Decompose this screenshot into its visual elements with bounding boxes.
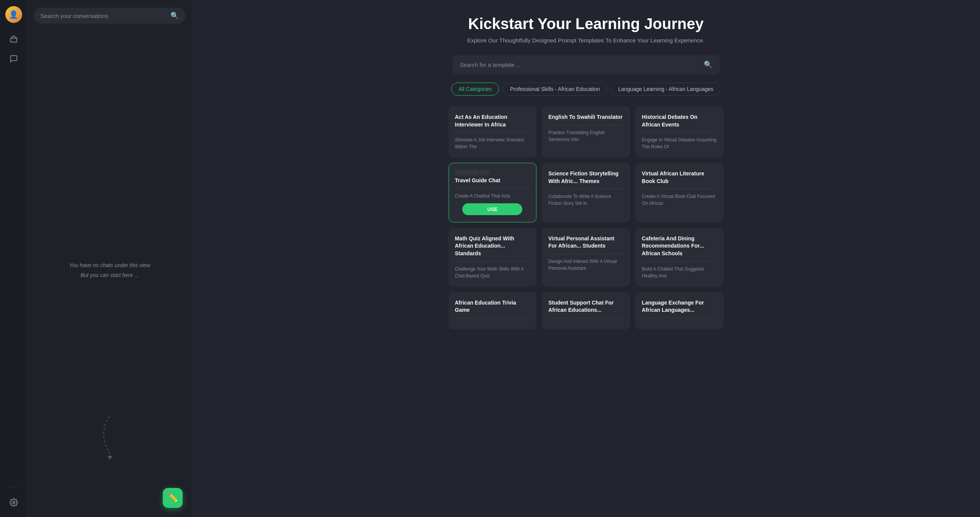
template-search-bar[interactable]: 🔍 <box>452 55 720 74</box>
card-divider <box>455 188 530 189</box>
template-card-6[interactable]: Virtual African Literature Book Club Cre… <box>635 163 724 222</box>
card-title: Cafeteria And Dining Recommendations For… <box>642 235 717 258</box>
card-desc: Simulate A Job Interview Scenario Within… <box>455 136 530 150</box>
template-card-7[interactable]: Math Quiz Aligned With African Education… <box>449 228 537 287</box>
page-subtitle: Explore Our Thoughtfully Designed Prompt… <box>207 37 965 44</box>
card-divider <box>548 318 624 318</box>
card-divider <box>642 189 717 189</box>
template-card-8[interactable]: Virtual Personal Assistant For African..… <box>542 228 630 287</box>
card-desc: Build A Chatbot That Suggests Healthy An… <box>642 266 717 279</box>
conversation-search-bar[interactable]: 🔍 <box>34 8 186 24</box>
page-title: Kickstart Your Learning Journey <box>207 15 965 32</box>
template-card-3[interactable]: Historical Debates On African Events Eng… <box>635 106 724 157</box>
template-card-5[interactable]: Science Fiction Storytelling With Afric.… <box>542 163 630 222</box>
card-desc: Create A Virtual Book Club Focused On Af… <box>642 193 717 207</box>
card-title: Science Fiction Storytelling With Afric.… <box>548 170 624 185</box>
conversation-search-icon: 🔍 <box>170 11 179 20</box>
empty-state: You have no chats under this view But yo… <box>34 31 186 509</box>
left-panel: 🔍 You have no chats under this view But … <box>28 0 192 517</box>
card-title: Math Quiz Aligned With African Education… <box>455 235 530 258</box>
avatar[interactable]: 👤 <box>5 6 22 23</box>
card-title: African Education Trivia Game <box>455 299 530 314</box>
cards-grid: Act As An Education Interviewer In Afric… <box>449 106 724 329</box>
card-divider <box>455 132 530 133</box>
template-card-4[interactable]: Travel Guide Chat Travel Guide Chat Crea… <box>449 163 537 222</box>
card-title: Act As An Education Interviewer In Afric… <box>455 113 530 128</box>
card-divider <box>548 125 624 125</box>
card-divider <box>642 318 717 318</box>
card-title: Virtual Personal Assistant For African..… <box>548 235 624 250</box>
category-btn-all-categories[interactable]: All Categories <box>451 83 499 96</box>
card-desc: Design And Interact With A Virtual Perso… <box>548 258 624 272</box>
svg-rect-0 <box>10 38 17 42</box>
card-title: English To Swahili Translator <box>548 113 624 121</box>
card-desc: Engage In Virtual Debates Assuming The R… <box>642 136 717 150</box>
template-search-input[interactable] <box>460 62 699 68</box>
template-card-12[interactable]: Language Exchange For African Languages.… <box>635 292 724 329</box>
svg-marker-2 <box>107 456 113 460</box>
fab-icon: ✏️ <box>168 493 178 503</box>
category-btn-language-learning---african-languages[interactable]: Language Learning - African Languages <box>611 83 721 96</box>
main-content: Kickstart Your Learning Journey Explore … <box>192 0 980 517</box>
svg-point-1 <box>13 501 15 504</box>
empty-state-line2: But you can start here ... <box>81 271 139 280</box>
card-desc: Challenge Your Math Skills With A Chat-B… <box>455 266 530 279</box>
conversation-search-input[interactable] <box>40 13 167 19</box>
settings-nav-icon[interactable] <box>5 494 22 511</box>
card-title: Language Exchange For African Languages.… <box>642 299 717 314</box>
card-desc: Create A Chatbot That Acts <box>455 193 530 199</box>
card-title: Virtual African Literature Book Club <box>642 170 717 185</box>
template-card-1[interactable]: Act As An Education Interviewer In Afric… <box>449 106 537 157</box>
card-divider <box>642 132 717 133</box>
use-button[interactable]: USE <box>462 203 522 215</box>
home-nav-icon[interactable] <box>5 31 22 47</box>
narrow-sidebar: 👤 <box>0 0 28 517</box>
card-divider <box>642 261 717 262</box>
card-divider <box>455 261 530 262</box>
card-divider <box>548 254 624 254</box>
card-divider <box>455 318 530 318</box>
sidebar-divider <box>6 488 21 488</box>
empty-state-line1: You have no chats under this view <box>69 261 150 270</box>
card-divider <box>548 189 624 189</box>
template-card-10[interactable]: African Education Trivia Game <box>449 292 537 329</box>
arrow-curve <box>98 415 121 464</box>
card-desc: Collaborate To Write A Science Fiction S… <box>548 193 624 207</box>
template-card-11[interactable]: Student Support Chat For African Educati… <box>542 292 630 329</box>
new-chat-fab[interactable]: ✏️ <box>163 488 183 508</box>
card-desc: Practice Translating English Sentences I… <box>548 129 624 143</box>
card-title: Historical Debates On African Events <box>642 113 717 128</box>
template-card-9[interactable]: Cafeteria And Dining Recommendations For… <box>635 228 724 287</box>
card-title: Travel Guide Chat <box>455 177 530 185</box>
categories-bar: All CategoriesProfessional Skills - Afri… <box>207 83 965 96</box>
card-title: Student Support Chat For African Educati… <box>548 299 624 314</box>
chat-nav-icon[interactable] <box>5 50 22 67</box>
template-search-icon: 🔍 <box>704 60 712 69</box>
card-blurred-text: Travel Guide Chat <box>455 170 530 175</box>
template-card-2[interactable]: English To Swahili Translator Practice T… <box>542 106 630 157</box>
category-btn-professional-skills---african-education[interactable]: Professional Skills - African Education <box>503 83 607 96</box>
